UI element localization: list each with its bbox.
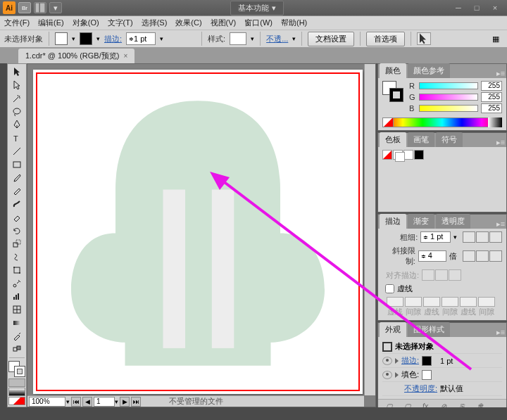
r-slider[interactable]	[419, 82, 478, 89]
dropdown-icon[interactable]: ▾	[49, 2, 62, 13]
type-tool-icon[interactable]: T	[8, 132, 25, 145]
join-buttons[interactable]	[463, 250, 502, 262]
rectangle-tool-icon[interactable]	[8, 158, 25, 171]
stroke-swatch[interactable]	[80, 32, 92, 45]
cursor-icon[interactable]	[417, 32, 431, 45]
menu-view[interactable]: 视图(V)	[211, 18, 237, 28]
b-value[interactable]: 255	[481, 103, 502, 113]
r-value[interactable]: 255	[481, 81, 502, 91]
lasso-tool-icon[interactable]	[8, 105, 25, 118]
symbol-sprayer-tool-icon[interactable]	[8, 276, 25, 290]
scale-tool-icon[interactable]	[8, 237, 25, 250]
fill-stroke-swatch[interactable]	[8, 361, 25, 377]
bridge-icon[interactable]: Br	[18, 2, 31, 13]
opacity-link[interactable]: 不透...	[266, 34, 288, 44]
magic-wand-tool-icon[interactable]	[8, 92, 25, 106]
visibility-icon[interactable]	[382, 371, 392, 379]
panel-menu-icon[interactable]: ▸≡	[495, 69, 506, 78]
menu-select[interactable]: 选择(S)	[142, 18, 168, 28]
direct-selection-tool-icon[interactable]	[8, 79, 25, 92]
g-slider[interactable]	[419, 94, 478, 101]
menu-type[interactable]: 文字(T)	[108, 18, 133, 28]
line-tool-icon[interactable]	[8, 145, 25, 158]
graph-tool-icon[interactable]	[8, 290, 25, 303]
dashed-checkbox[interactable]	[385, 284, 394, 293]
eraser-tool-icon[interactable]	[8, 210, 25, 224]
vertical-scrollbar[interactable]	[364, 64, 375, 395]
dropdown-icon[interactable]: ▾	[160, 35, 163, 42]
spectrum-bar[interactable]	[382, 117, 502, 127]
pencil-tool-icon[interactable]	[8, 184, 25, 198]
selection-tool-icon[interactable]	[8, 65, 25, 79]
panel-collapse-icon[interactable]: ▦	[489, 32, 503, 45]
visibility-icon[interactable]	[382, 357, 392, 365]
fill-stroke-preview[interactable]	[382, 81, 403, 102]
next-page-icon[interactable]: ▶	[120, 397, 130, 407]
dropdown-icon[interactable]: ▾	[115, 398, 118, 405]
stroke-weight-field[interactable]: ≑1 pt	[126, 32, 156, 45]
preferences-button[interactable]: 首选项	[366, 32, 405, 46]
dropdown-icon[interactable]: ▾	[251, 35, 254, 42]
eyedropper-tool-icon[interactable]	[8, 329, 25, 343]
tab-gradient[interactable]: 渐变	[408, 214, 434, 229]
b-slider[interactable]	[419, 105, 478, 112]
tab-swatches[interactable]: 色板	[380, 132, 406, 147]
stroke-link[interactable]: 描边:	[104, 34, 122, 44]
swatch-grid[interactable]	[382, 150, 502, 160]
fill-color-swatch[interactable]	[422, 370, 432, 380]
menu-help[interactable]: 帮助(H)	[281, 18, 307, 28]
document-setup-button[interactable]: 文档设置	[308, 32, 354, 46]
dropdown-icon[interactable]: ▾	[66, 398, 70, 405]
tab-color-guide[interactable]: 颜色参考	[408, 63, 450, 78]
panel-menu-icon[interactable]: ▸≡	[495, 219, 506, 229]
last-page-icon[interactable]: ⏭	[131, 397, 141, 407]
stroke-weight-input[interactable]: ≑ 1 pt	[420, 231, 451, 243]
opacity-link[interactable]: 不透明度:	[404, 383, 437, 394]
style-swatch[interactable]	[230, 32, 246, 45]
horizontal-scrollbar[interactable]: 100% ▾ ⏮ ◀ 1 ▾ ▶ ⏭ 不受管理的文件	[27, 395, 364, 407]
stroke-color-swatch[interactable]	[422, 356, 432, 366]
tab-color[interactable]: 颜色	[380, 63, 406, 78]
dropdown-icon[interactable]: ▾	[292, 35, 296, 42]
expand-icon[interactable]	[395, 372, 399, 378]
panel-menu-icon[interactable]: ▸≡	[495, 138, 506, 147]
maximize-button[interactable]: □	[468, 2, 486, 13]
panel-menu-icon[interactable]: ▸≡	[495, 328, 506, 337]
tab-appearance[interactable]: 外观	[380, 322, 406, 337]
g-value[interactable]: 255	[481, 92, 502, 102]
tab-stroke[interactable]: 描边	[380, 214, 406, 229]
menu-file[interactable]: 文件(F)	[4, 18, 30, 28]
close-button[interactable]: ×	[486, 2, 504, 13]
expand-icon[interactable]	[395, 358, 399, 364]
blend-tool-icon[interactable]	[8, 343, 25, 356]
first-page-icon[interactable]: ⏮	[71, 397, 81, 407]
artboard[interactable]	[33, 70, 363, 394]
menu-object[interactable]: 对象(O)	[73, 18, 99, 28]
page-field[interactable]: 1	[94, 397, 115, 407]
tab-graphic-styles[interactable]: 图形样式	[408, 322, 450, 337]
workspace-switcher[interactable]: 基本功能 ▾	[230, 1, 283, 15]
document-tab[interactable]: 1.cdr* @ 100% (RGB/预览)×	[18, 49, 134, 63]
pen-tool-icon[interactable]	[8, 118, 25, 132]
cap-buttons[interactable]	[463, 231, 502, 243]
mesh-tool-icon[interactable]	[8, 303, 25, 317]
minimize-button[interactable]: ─	[449, 2, 468, 13]
gradient-tool-icon[interactable]	[8, 317, 25, 330]
miter-limit-input[interactable]: ≑ 4	[418, 250, 446, 262]
rotate-tool-icon[interactable]	[8, 224, 25, 237]
swap-chevron-icon[interactable]: ▾	[72, 35, 75, 42]
menu-edit[interactable]: 编辑(E)	[38, 18, 64, 28]
stroke-link[interactable]: 描边:	[401, 355, 419, 366]
swap-chevron-icon[interactable]: ▾	[96, 35, 100, 42]
canvas-area[interactable]: 100% ▾ ⏮ ◀ 1 ▾ ▶ ⏭ 不受管理的文件	[27, 63, 376, 407]
warp-tool-icon[interactable]	[8, 250, 25, 264]
zoom-field[interactable]: 100%	[29, 397, 65, 407]
tab-brushes[interactable]: 画笔	[408, 132, 434, 147]
menu-effect[interactable]: 效果(C)	[175, 18, 201, 28]
blob-brush-tool-icon[interactable]	[8, 198, 25, 211]
close-tab-icon[interactable]: ×	[123, 52, 127, 60]
tab-transparency[interactable]: 透明度	[436, 214, 470, 229]
arrange-icon[interactable]	[34, 2, 46, 13]
fill-swatch[interactable]	[55, 32, 68, 45]
free-transform-tool-icon[interactable]	[8, 263, 25, 276]
